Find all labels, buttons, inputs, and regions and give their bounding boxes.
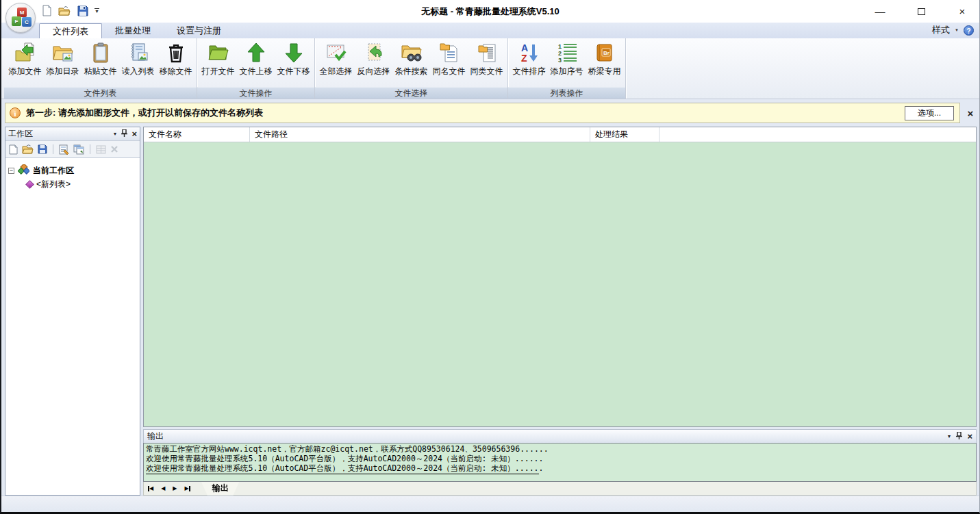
same-name-files-button[interactable]: 同名文件 (430, 40, 468, 77)
group-caption-file-list: 文件列表 (4, 87, 197, 99)
tree-child-row[interactable]: <新列表> (27, 177, 137, 191)
open-file-icon (207, 40, 230, 65)
list-grid-button-disabled (96, 145, 106, 154)
output-title: 输出 (147, 431, 942, 442)
tab-batch-process[interactable]: 批量处理 (102, 23, 164, 38)
arrow-up-icon (244, 40, 268, 65)
add-file-icon (14, 40, 37, 65)
svg-text:A: A (521, 42, 528, 53)
output-tab-bar: ◀ ◀ ▶ ▶ 输出 (143, 482, 977, 496)
file-table-header: 文件名称 文件路径 处理结果 (144, 127, 976, 142)
nav-prev-icon[interactable]: ◀ (161, 485, 165, 491)
style-dropdown[interactable]: 样式 (932, 24, 950, 36)
sort-files-button[interactable]: AZ 文件排序 (510, 40, 548, 77)
ribbon-right-controls: 样式 ▼ ? (932, 24, 974, 36)
mfc-logo-icon: M (17, 8, 27, 17)
trash-icon (164, 40, 188, 65)
add-numbering-button[interactable]: 123 添加序号 (548, 40, 586, 77)
info-bar-close-button[interactable]: × (966, 107, 975, 119)
same-name-file-icon (438, 40, 461, 65)
help-button[interactable]: ? (964, 25, 974, 36)
tab-settings-register[interactable]: 设置与注册 (164, 23, 234, 38)
column-header-empty (659, 127, 976, 142)
ribbon-group-file-ops: 打开文件 文件上移 文件下移 文件操作 (197, 38, 315, 99)
select-all-button[interactable]: 全部选择 (317, 40, 355, 77)
ribbon-group-file-list: 添加文件 添加目录 粘贴文件 读入列表 移除文件 (4, 38, 197, 99)
output-line: 欢迎使用常青藤批量处理系统5.10（AutoCAD平台版），支持AutoCAD2… (146, 454, 974, 463)
tree-root-label: 当前工作区 (33, 165, 74, 177)
column-header-result[interactable]: 处理结果 (590, 127, 659, 142)
read-list-button[interactable]: 读入列表 (119, 40, 157, 77)
app-menu-button[interactable]: M F C (5, 3, 36, 33)
open-file-button[interactable]: 打开文件 (199, 40, 237, 77)
chevron-down-icon[interactable]: ▼ (946, 434, 951, 439)
info-bar: i 第一步: 请先添加图形文件，或打开以前保存的文件名称列表 选项... (5, 103, 960, 123)
new-list-button[interactable] (9, 144, 18, 155)
title-bar: M F C ▼ 无标题 - 常青藤批量处理系统V5.10 — × (1, 0, 979, 23)
output-panel: 输出 ▼ × 常青藤工作室官方网站www.icqt.net，官方邮箱zc@icq… (143, 429, 977, 496)
sort-az-icon: AZ (518, 40, 541, 65)
chevron-down-icon[interactable]: ▼ (112, 131, 117, 136)
minimize-button[interactable]: — (871, 5, 889, 17)
paste-file-button[interactable]: 粘贴文件 (81, 40, 119, 77)
workspace-panel: 工作区 ▼ × − 当前工作区 (5, 127, 140, 496)
column-header-file-name[interactable]: 文件名称 (144, 127, 250, 142)
paste-file-icon (89, 40, 112, 65)
add-folder-icon (51, 40, 75, 65)
group-caption-list-ops: 列表操作 (508, 87, 625, 99)
ribbon-empty-space (626, 38, 979, 99)
search-binoculars-icon (400, 40, 423, 65)
open-list-button[interactable] (22, 144, 34, 154)
output-line: 欢迎使用常青藤批量处理系统5.10（AutoCAD平台版），支持AutoCAD2… (146, 463, 974, 473)
same-type-file-icon (475, 40, 499, 65)
nav-last-icon[interactable]: ▶ (184, 485, 190, 491)
output-line: 常青藤工作室官方网站www.icqt.net，官方邮箱zc@icqt.net，联… (146, 444, 974, 454)
close-button[interactable]: × (953, 5, 971, 17)
info-bar-row: i 第一步: 请先添加图形文件，或打开以前保存的文件名称列表 选项... × (1, 103, 979, 123)
window-title: 无标题 - 常青藤批量处理系统V5.10 (1, 0, 979, 23)
ribbon-group-file-select: 全部选择 反向选择 条件搜索 同名文件 同类文件 (315, 38, 508, 99)
tree-collapse-icon[interactable]: − (8, 168, 14, 174)
nav-first-icon[interactable]: ◀ (148, 485, 153, 491)
output-caret-line (146, 473, 539, 474)
move-file-up-button[interactable]: 文件上移 (237, 40, 275, 77)
conditional-search-button[interactable]: 条件搜索 (392, 40, 430, 77)
same-type-files-button[interactable]: 同类文件 (468, 40, 505, 77)
add-file-button[interactable]: 添加文件 (6, 40, 44, 77)
add-directory-button[interactable]: 添加目录 (44, 40, 81, 77)
file-list-table: 文件名称 文件路径 处理结果 (143, 127, 977, 427)
column-header-file-path[interactable]: 文件路径 (250, 127, 590, 142)
maximize-icon (918, 8, 925, 15)
file-list-body[interactable] (144, 142, 976, 426)
maximize-button[interactable] (912, 5, 930, 17)
output-close-button[interactable]: × (967, 433, 972, 441)
list-node-icon (25, 180, 34, 189)
workspace-toolbar (5, 141, 140, 157)
workspace-node-icon (18, 164, 29, 177)
svg-text:2: 2 (558, 50, 562, 57)
chevron-down-icon[interactable]: ▼ (955, 28, 959, 32)
ribbon-tab-row: 文件列表 批量处理 设置与注册 样式 ▼ ? (1, 23, 979, 38)
copy-list-button[interactable] (73, 144, 84, 155)
pin-icon[interactable] (121, 129, 127, 139)
ribbon: 添加文件 添加目录 粘贴文件 读入列表 移除文件 (1, 38, 979, 99)
tab-file-list[interactable]: 文件列表 (39, 23, 102, 38)
output-tab[interactable]: 输出 (201, 482, 240, 496)
output-log[interactable]: 常青藤工作室官方网站www.icqt.net，官方邮箱zc@icqt.net，联… (143, 443, 977, 482)
nav-next-icon[interactable]: ▶ (173, 485, 177, 491)
tree-root-row[interactable]: − 当前工作区 (8, 164, 137, 177)
invert-selection-button[interactable]: 反向选择 (355, 40, 392, 77)
svg-text:1: 1 (558, 43, 562, 50)
bridge-special-button[interactable]: Br 桥梁专用 (586, 40, 623, 77)
toolbar-separator (90, 144, 90, 154)
remove-file-button[interactable]: 移除文件 (157, 40, 194, 77)
arrow-down-icon (282, 40, 305, 65)
workspace-close-button[interactable]: × (131, 130, 137, 138)
pin-icon[interactable] (956, 432, 962, 441)
invert-selection-icon (362, 40, 386, 65)
options-button[interactable]: 选项... (905, 106, 954, 120)
list-properties-button[interactable] (59, 144, 69, 155)
move-file-down-button[interactable]: 文件下移 (275, 40, 312, 77)
save-list-button[interactable] (38, 144, 47, 154)
select-all-icon (325, 40, 348, 65)
